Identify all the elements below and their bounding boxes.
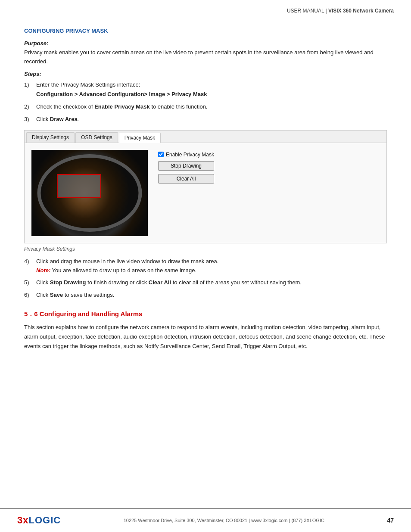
step-2-content: Check the checkbox of Enable Privacy Mas… bbox=[36, 103, 387, 112]
section-56: 5．6 Configuring and Handling Alarms This… bbox=[24, 310, 387, 351]
ui-body: Enable Privacy Mask Stop Drawing Clear A… bbox=[25, 143, 386, 243]
step-4: 4) Click and drag the mouse in the live … bbox=[24, 257, 387, 275]
step-3-content: Click Draw Area. bbox=[36, 115, 387, 124]
camera-view bbox=[31, 150, 148, 236]
steps-list: 1) Enter the Privacy Mask Settings inter… bbox=[24, 81, 387, 124]
content-area: CONFIGURING PRIVACY MASK Purpose: Privac… bbox=[0, 17, 411, 508]
tab-osd-settings[interactable]: OSD Settings bbox=[75, 132, 118, 143]
step-2: 2) Check the checkbox of Enable Privacy … bbox=[24, 103, 387, 112]
step-4-content: Click and drag the mouse in the live vid… bbox=[36, 257, 387, 275]
step-1: 1) Enter the Privacy Mask Settings inter… bbox=[24, 81, 387, 100]
logo-3x: 3x bbox=[17, 515, 28, 526]
purpose-text: Privacy mask enables you to cover certai… bbox=[24, 48, 387, 66]
product-name: VISIX 360 Network Camera bbox=[328, 8, 394, 14]
step-5-num: 5) bbox=[24, 278, 36, 287]
section-56-text: This section explains how to configure t… bbox=[24, 323, 387, 351]
page: USER MANUAL | VISIX 360 Network Camera C… bbox=[0, 0, 411, 532]
step-5-text: Click Stop Drawing to finish drawing or … bbox=[36, 279, 302, 286]
ui-panel: Display Settings OSD Settings Privacy Ma… bbox=[24, 130, 387, 243]
purpose-label: Purpose: bbox=[24, 40, 387, 47]
step-6: 6) Click Save to save the settings. bbox=[24, 291, 387, 300]
enable-privacy-mask-checkbox[interactable] bbox=[158, 152, 164, 157]
controls-panel: Enable Privacy Mask Stop Drawing Clear A… bbox=[158, 150, 214, 236]
step-3-text: Click Draw Area. bbox=[36, 116, 79, 122]
step-6-num: 6) bbox=[24, 291, 36, 300]
header: USER MANUAL | VISIX 360 Network Camera bbox=[0, 0, 411, 17]
tab-bar: Display Settings OSD Settings Privacy Ma… bbox=[25, 131, 386, 143]
clear-all-button[interactable]: Clear All bbox=[158, 174, 214, 184]
step-2-text: Check the checkbox of Enable Privacy Mas… bbox=[36, 103, 207, 110]
steps-label: Steps: bbox=[24, 71, 387, 77]
section-56-title: 5．6 Configuring and Handling Alarms bbox=[24, 310, 387, 318]
step-5-content: Click Stop Drawing to finish drawing or … bbox=[36, 278, 387, 287]
logo-logic: LOGIC bbox=[28, 515, 61, 526]
tab-display-settings[interactable]: Display Settings bbox=[26, 132, 75, 143]
step-3-num: 3) bbox=[24, 115, 36, 124]
step-5: 5) Click Stop Drawing to finish drawing … bbox=[24, 278, 387, 287]
note-label: Note: bbox=[36, 267, 50, 274]
footer: 3xLOGIC 10225 Westmoor Drive, Suite 300,… bbox=[0, 508, 411, 532]
note-text: You are allowed to draw up to 4 areas on… bbox=[52, 267, 197, 274]
tab-privacy-mask[interactable]: Privacy Mask bbox=[119, 133, 161, 143]
footer-info: 10225 Westmoor Drive, Suite 300, Westmin… bbox=[124, 518, 324, 523]
step-3: 3) Click Draw Area. bbox=[24, 115, 387, 124]
fisheye-image bbox=[31, 150, 148, 236]
step-1-num: 1) bbox=[24, 81, 36, 100]
enable-privacy-mask-label[interactable]: Enable Privacy Mask bbox=[158, 152, 214, 158]
panel-caption: Privacy Mask Settings bbox=[24, 246, 387, 252]
footer-logo: 3xLOGIC bbox=[17, 515, 61, 526]
manual-label: USER MANUAL | bbox=[287, 8, 328, 14]
step-1-content: Enter the Privacy Mask Settings interfac… bbox=[36, 81, 387, 100]
step-1-text: Enter the Privacy Mask Settings interfac… bbox=[36, 81, 140, 88]
steps-continued-list: 4) Click and drag the mouse in the live … bbox=[24, 257, 387, 300]
step-6-content: Click Save to save the settings. bbox=[36, 291, 387, 300]
enable-privacy-mask-text: Enable Privacy Mask bbox=[166, 152, 214, 158]
step-2-num: 2) bbox=[24, 103, 36, 112]
step-6-text: Click Save to save the settings. bbox=[36, 292, 114, 298]
step-4-text: Click and drag the mouse in the live vid… bbox=[36, 258, 218, 264]
footer-page-number: 47 bbox=[387, 517, 394, 524]
mask-area bbox=[57, 174, 101, 198]
step-1-subtext: Configuration > Advanced Configuration> … bbox=[36, 90, 387, 99]
section-title: CONFIGURING PRIVACY MASK bbox=[24, 28, 387, 34]
step-4-num: 4) bbox=[24, 257, 36, 275]
stop-drawing-button[interactable]: Stop Drawing bbox=[158, 161, 214, 171]
